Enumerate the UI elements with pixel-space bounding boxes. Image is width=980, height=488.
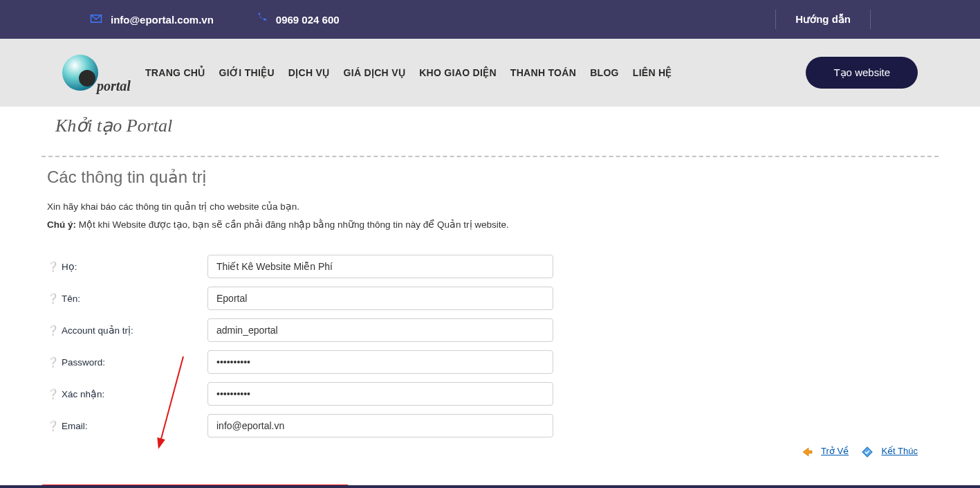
help-icon[interactable]: ❔ xyxy=(47,356,59,368)
label-text: Password: xyxy=(62,357,105,368)
create-website-button[interactable]: Tạo website xyxy=(806,57,918,89)
back-link[interactable]: Trở Về xyxy=(821,446,849,456)
nav-menu: TRANG CHỦGIỚI THIỆUDỊCH VỤGIÁ DỊCH VỤKHO… xyxy=(145,67,672,78)
help-icon[interactable]: ❔ xyxy=(47,293,59,304)
bottom-bar xyxy=(0,485,980,488)
mail-icon xyxy=(90,12,102,27)
contact-email[interactable]: info@eportal.com.vn xyxy=(90,12,214,27)
contact-email-text: info@eportal.com.vn xyxy=(111,14,214,26)
confirm-password-input[interactable] xyxy=(207,382,553,406)
section-title: Các thông tin quản trị xyxy=(47,168,939,187)
back-arrow-icon xyxy=(802,446,813,458)
form-row: ❔Password: xyxy=(47,350,939,374)
form-row: ❔Họ: xyxy=(47,255,939,278)
field-label: ❔Tên: xyxy=(47,293,207,304)
label-text: Tên: xyxy=(62,293,80,304)
note-body: Một khi Website được tạo, bạn sẽ cần phả… xyxy=(76,219,509,230)
main-nav: portal TRANG CHỦGIỚI THIỆUDỊCH VỤGIÁ DỊC… xyxy=(0,39,980,107)
email-input[interactable] xyxy=(207,414,553,437)
phone-icon xyxy=(255,12,268,27)
field-label: ❔Password: xyxy=(47,356,207,368)
note-text: Chú ý: Một khi Website được tạo, bạn sẽ … xyxy=(47,219,939,230)
logo[interactable]: portal xyxy=(62,48,138,97)
topbar: info@eportal.com.vn 0969 024 600 Hướng d… xyxy=(0,0,980,39)
form-row: ❔Tên: xyxy=(47,287,939,310)
contact-phone-text: 0969 024 600 xyxy=(276,14,340,26)
nav-item-0[interactable]: TRANG CHỦ xyxy=(145,67,205,78)
nav-item-6[interactable]: BLOG xyxy=(590,67,619,78)
finish-diamond-icon xyxy=(861,446,873,458)
nav-item-7[interactable]: LIÊN HỆ xyxy=(633,67,672,78)
contact-phone[interactable]: 0969 024 600 xyxy=(255,12,340,27)
nav-item-5[interactable]: THANH TOÁN xyxy=(510,67,576,78)
lastname-input[interactable] xyxy=(207,255,553,278)
guide-link[interactable]: Hướng dẫn xyxy=(795,13,851,26)
admin-form: ❔Họ:❔Tên:❔Account quản trị:❔Password:❔Xá… xyxy=(47,255,939,437)
field-label: ❔Xác nhận: xyxy=(47,388,207,399)
label-text: Email: xyxy=(62,421,88,431)
note-label: Chú ý: xyxy=(47,219,76,230)
label-text: Họ: xyxy=(62,261,77,272)
form-row: ❔Account quản trị: xyxy=(47,318,939,342)
page-title: Khởi tạo Portal xyxy=(55,115,939,136)
intro-text: Xin hãy khai báo các thông tin quản trị … xyxy=(47,201,939,212)
help-icon[interactable]: ❔ xyxy=(47,420,59,431)
field-label: ❔Account quản trị: xyxy=(47,325,207,336)
nav-item-1[interactable]: GIỚI THIỆU xyxy=(219,67,275,78)
label-text: Xác nhận: xyxy=(62,388,104,399)
label-text: Account quản trị: xyxy=(62,325,133,336)
nav-item-2[interactable]: DỊCH VỤ xyxy=(288,67,330,78)
wizard-nav: Trở Về Kết Thúc xyxy=(41,446,939,465)
divider-dotted xyxy=(41,156,939,157)
help-icon[interactable]: ❔ xyxy=(47,325,59,336)
divider xyxy=(870,10,871,29)
divider xyxy=(775,10,776,29)
nav-item-3[interactable]: GIÁ DỊCH VỤ xyxy=(344,67,406,78)
field-label: ❔Họ: xyxy=(47,261,207,272)
password-input[interactable] xyxy=(207,350,553,374)
admin-account-input[interactable] xyxy=(207,318,553,342)
form-row: ❔Xác nhận: xyxy=(47,382,939,406)
firstname-input[interactable] xyxy=(207,287,553,310)
help-icon[interactable]: ❔ xyxy=(47,388,59,399)
field-label: ❔Email: xyxy=(47,420,207,431)
help-icon[interactable]: ❔ xyxy=(47,261,59,272)
nav-item-4[interactable]: KHO GIAO DIỆN xyxy=(419,67,497,78)
finish-link[interactable]: Kết Thúc xyxy=(881,446,918,456)
form-row: ❔Email: xyxy=(47,414,939,437)
